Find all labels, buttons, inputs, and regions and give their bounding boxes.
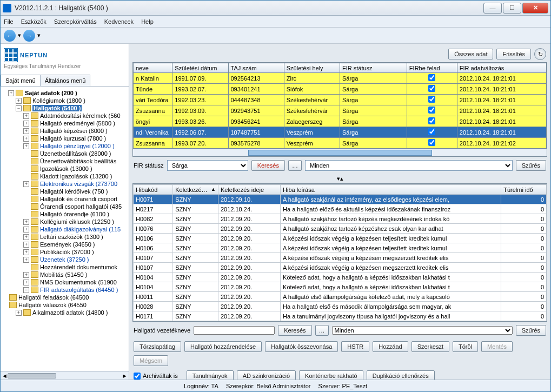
table-row[interactable]: n Katalin1991.07.09.092564213ZircSárga20… — [134, 73, 547, 84]
hallgato-hozzarendeles-button[interactable]: Hallgató hozzárendelése — [184, 341, 262, 352]
tree-item[interactable]: +Üzenetek (37250 ) — [2, 256, 128, 263]
tree-item[interactable]: Hallgatók és órarendi csoport — [2, 195, 128, 203]
table-row[interactable]: H0217SZNY2012.10.24.Ha a hallgató előző … — [134, 204, 547, 214]
tree-item[interactable]: +Hallgató pénzügyei (12000 ) — [2, 142, 128, 150]
tree-item[interactable]: +Események (34650 ) — [2, 241, 128, 248]
tree-item[interactable]: +Hallgató kurzusai (7800 ) — [2, 135, 128, 142]
torol-button[interactable]: Töröl — [453, 341, 478, 352]
col-header[interactable]: neve — [134, 63, 172, 73]
tanulmanyok-button[interactable]: Tanulmányok — [187, 370, 234, 380]
splitter-icon[interactable]: ▾▴ — [132, 174, 547, 183]
tree-item[interactable]: +Saját adatok (200 ) — [2, 89, 128, 97]
col-header[interactable]: Születési dátum — [172, 63, 228, 73]
nav-back-dd[interactable]: ▾ — [18, 32, 21, 39]
menu-tools[interactable]: Eszközök — [21, 18, 47, 25]
tree-item[interactable]: −Hallgatók (5400 ) — [2, 104, 128, 112]
nav-forward-button[interactable]: → — [23, 30, 35, 42]
table-row[interactable]: öngyi1993.03.26.093456241ZalaegerszegSár… — [134, 116, 547, 127]
tree-item[interactable]: +Adatmódosítási kérelmek (560 — [2, 112, 128, 119]
table-row[interactable]: H0106SZNY2012.09.20.A képzési időszak vé… — [134, 234, 547, 243]
menu-help[interactable]: Help — [141, 18, 154, 25]
students-grid[interactable]: neveSzületési dátumTAJ számSzületési hel… — [132, 62, 547, 149]
table-row[interactable]: vári Teodóra1992.03.23.044487348Székesfe… — [134, 95, 547, 105]
hstr-button[interactable]: HSTR — [341, 341, 369, 352]
tree-item[interactable]: +Kollégiumok (1800 ) — [2, 97, 128, 104]
vezeteknev-input[interactable] — [194, 326, 275, 335]
kontener-button[interactable]: Konténerbe rakható — [299, 370, 363, 380]
tree-hscroll[interactable]: ◄► — [1, 371, 129, 380]
close-button[interactable]: ✕ — [522, 3, 548, 14]
tree-item[interactable]: +Hallgató diákigazolványai (115 — [2, 225, 128, 233]
tree-item[interactable]: Hallgatói kérdőívek (750 ) — [2, 188, 128, 195]
table-row[interactable]: H0028SZNY2012.09.20.Ha a hallgató első é… — [134, 302, 547, 311]
szures-button-1[interactable]: Szűrés — [516, 160, 546, 171]
fir-responses-grid[interactable]: HibakódKeletkezé…▲Keletkezés idejeHiba l… — [132, 184, 547, 322]
duplikacio-button[interactable]: Duplikáció ellenőrzés — [367, 370, 435, 380]
col-header[interactable]: Hiba leírása — [281, 185, 501, 195]
fir-status-select[interactable]: Sárga — [167, 160, 248, 171]
table-row[interactable]: H0107SZNY2012.09.20.A képzési időszak vé… — [134, 253, 547, 263]
grid1-hscroll[interactable] — [132, 149, 547, 157]
table-row[interactable]: H0107SZNY2012.09.20.A képzési időszak vé… — [134, 263, 547, 273]
table-row[interactable]: ndi Veronika1992.06.07.107487751Veszprém… — [134, 127, 547, 138]
col-header[interactable]: FIR státusz — [340, 63, 407, 73]
tree-item[interactable]: Hallgatói feladások (64500 — [2, 294, 128, 301]
tree-item[interactable]: +Kollégiumi ciklusok (12250 ) — [2, 218, 128, 225]
table-row[interactable]: Zsuzsanna1992.03.09.092943751Székesfehér… — [134, 105, 547, 116]
refresh-icon[interactable]: ↻ — [534, 48, 546, 60]
kereses-button-2[interactable]: Keresés — [278, 325, 311, 336]
tree-item[interactable]: −FIR adatszolgáltatás (64450 ) — [2, 286, 128, 294]
szures-button-2[interactable]: Szűrés — [516, 325, 546, 336]
table-row[interactable]: H0106SZNY2012.09.20.A képzési időszak vé… — [134, 243, 547, 253]
table-row[interactable]: Zsuzsanna1993.07.20.093575278VeszprémSár… — [134, 138, 547, 149]
frissites-button[interactable]: Frissítés — [496, 49, 531, 59]
more-button-2[interactable]: … — [315, 325, 329, 336]
table-row[interactable]: Tünde1993.02.07.093401241SiófokSárga2012… — [134, 84, 547, 95]
table-row[interactable]: H0071SZNY2012.09.10.A hallgató szakjánál… — [134, 195, 547, 204]
tree-item[interactable]: Órarendi csoport hallgatói (435 — [2, 203, 128, 210]
table-row[interactable]: H0171SZNY2012.09.20.Ha a tanulmányi jogv… — [134, 311, 547, 321]
table-row[interactable]: H0104SZNY2012.09.20.Kötelező adat, hogy … — [134, 273, 547, 282]
menu-favorites[interactable]: Kedvencek — [104, 18, 134, 25]
table-row[interactable]: H0082SZNY2012.09.20.A hallgató szakjához… — [134, 214, 547, 224]
tab-altalanos-menu[interactable]: Általános menü — [40, 75, 91, 86]
tree-item[interactable]: +Alkalmazotti adatok (14800 ) — [2, 309, 128, 316]
more-button-1[interactable]: … — [288, 160, 302, 171]
hozzaad-button[interactable]: Hozzáad — [373, 341, 408, 352]
tree-item[interactable]: +NMS Dokumentumok (51900 — [2, 278, 128, 286]
tree-item[interactable]: Hallgatói válaszok (64550 — [2, 301, 128, 309]
menu-file[interactable]: File — [4, 18, 14, 25]
minden-select-1[interactable]: Minden — [305, 160, 513, 171]
tab-sajat-menu[interactable]: Saját menü — [1, 75, 41, 86]
col-header[interactable]: Születési hely — [284, 63, 340, 73]
col-header[interactable]: FIRbe felad — [407, 63, 457, 73]
nav-tree[interactable]: +Saját adatok (200 )+Kollégiumok (1800 )… — [1, 87, 129, 371]
tree-item[interactable]: +Elektronikus vizsgák (273700 — [2, 180, 128, 188]
tree-item[interactable]: Hozzárendelt dokumentumok — [2, 263, 128, 271]
col-header[interactable]: Keletkezés ideje — [218, 185, 280, 195]
tree-item[interactable]: Hallgató órarendje (6100 ) — [2, 210, 128, 218]
hallgatok-osszevonasa-button[interactable]: Hallgatók összevonása — [265, 341, 338, 352]
tree-item[interactable]: +Mobilitás (51450 ) — [2, 271, 128, 278]
archivaltak-checkbox[interactable]: Archiváltak is — [134, 373, 178, 380]
torzslapatlag-button[interactable]: Törzslapátlag — [134, 341, 181, 352]
col-header[interactable]: Türelmi idő — [501, 185, 547, 195]
minimize-button[interactable]: — — [483, 3, 502, 14]
tree-item[interactable]: Üzenettovábbítások beállítás — [2, 157, 128, 165]
tree-item[interactable]: Igazolások (13000 ) — [2, 165, 128, 172]
tree-item[interactable]: +Leltári eszközök (1300 ) — [2, 233, 128, 241]
table-row[interactable]: H0076SZNY2012.09.20.A hallgató szakjához… — [134, 224, 547, 234]
col-header[interactable]: FIR adatváltozás — [457, 63, 546, 73]
tree-item[interactable]: Kiadott igazolások (13200 ) — [2, 172, 128, 180]
col-header[interactable]: Keletkezé…▲ — [173, 185, 218, 195]
nav-back-button[interactable]: ← — [4, 30, 16, 42]
minden-select-2[interactable]: Minden — [332, 326, 513, 335]
table-row[interactable]: H0011SZNY2012.09.20.A hallgató első álla… — [134, 292, 547, 302]
col-header[interactable]: TAJ szám — [228, 63, 284, 73]
menu-role[interactable]: Szerepkörváltás — [54, 18, 97, 25]
col-header[interactable]: Hibakód — [134, 185, 173, 195]
kereses-button-1[interactable]: Keresés — [251, 160, 285, 171]
ad-szinkron-button[interactable]: AD szinkronizáció — [237, 370, 296, 380]
tree-item[interactable]: +Hallgató képzései (6000 ) — [2, 127, 128, 135]
osszes-adat-button[interactable]: Összes adat — [448, 49, 493, 59]
